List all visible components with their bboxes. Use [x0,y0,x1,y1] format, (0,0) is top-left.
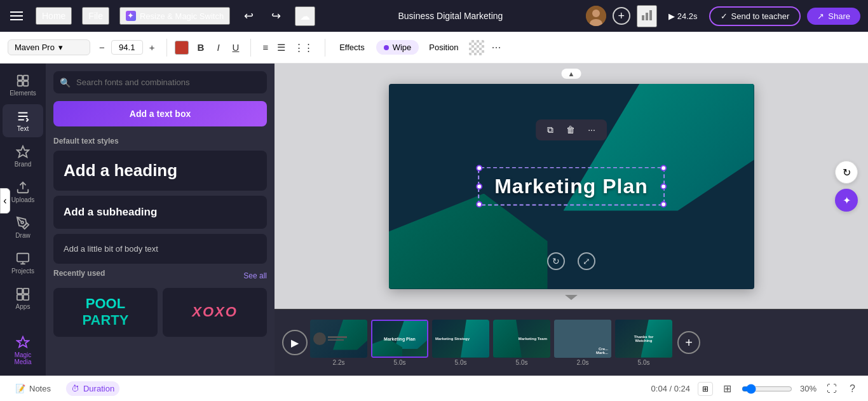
align-list-button[interactable]: ☰ [273,39,289,56]
grid-view-button[interactable]: ⊞ [721,381,734,396]
cloud-save-button[interactable]: ☁ [295,6,315,26]
sidebar-item-brand[interactable]: Brand [3,140,43,173]
sidebar-item-elements[interactable]: Elements [3,69,43,102]
wipe-button[interactable]: Wipe [376,40,419,55]
underline-button[interactable]: U [229,39,243,55]
check-icon: ✓ [721,11,728,21]
more-options-button[interactable]: ··· [489,38,504,57]
see-all-button[interactable]: See all [243,271,267,280]
font-preview-pool-party[interactable]: POOL PARTY [53,288,158,337]
add-collaborator-button[interactable]: + [613,7,630,25]
zoom-slider[interactable] [742,384,792,394]
svg-rect-17 [24,295,29,300]
strip-slide-1[interactable]: 2.2s [310,320,367,366]
separator [325,39,325,57]
magic-ai-button[interactable]: ✦ [835,189,858,212]
selection-handle-ml[interactable] [476,183,482,189]
svg-rect-3 [642,15,644,20]
strip-slide-6[interactable]: Thanks forWatching 5.0s [615,320,672,366]
align-left-button[interactable]: ≡ [259,39,272,56]
separator [166,39,167,57]
hide-panel-button[interactable]: ‹ [0,188,10,214]
share-icon: ↗ [817,11,824,21]
sidebar-item-apps[interactable]: Apps [3,282,43,315]
sidebar-item-label: Elements [10,90,36,97]
file-button[interactable]: File [82,7,109,25]
effects-button[interactable]: Effects [333,40,371,55]
selection-handle-bl[interactable] [476,201,482,208]
sidebar-item-label: Projects [11,268,34,275]
collapse-panel-button[interactable]: ▲ [562,69,581,79]
strip-slide-4[interactable]: Marketing Team 5.0s [493,320,550,366]
preview-play-button[interactable]: ▶ 24.2s [663,9,703,24]
default-text-styles-label: Default text styles [53,137,267,146]
canvas-right-tools: ↻ ✦ [835,161,858,212]
wipe-dot-icon [384,45,389,50]
font-size-input[interactable] [111,40,143,55]
strip-slide-3[interactable]: Marketing Strategy 5.0s [432,320,489,366]
slide-time: 5.0s [493,359,550,366]
sidebar-item-draw[interactable]: Draw [3,211,43,244]
help-button[interactable]: ? [847,382,858,396]
play-button[interactable]: ▶ [282,330,308,355]
hamburger-menu[interactable] [8,9,25,23]
fullscreen-button[interactable]: ⛶ [824,382,839,396]
text-panel: 🔍 Add a text box Default text styles Add… [46,64,275,376]
strip-slide-2[interactable]: Marketing Plan 5.0s [371,320,428,366]
align-right-button[interactable]: ⋮⋮ [290,39,317,56]
sidebar-item-text[interactable]: Text [3,104,43,137]
selection-handle-mr[interactable] [660,183,667,189]
italic-button[interactable]: I [213,39,223,55]
resize-magic-button[interactable]: ✦ Resize & Magic Switch [119,7,230,25]
page-nav-button[interactable] [564,292,579,304]
selection-handle-br[interactable] [660,201,667,208]
font-search-input[interactable] [53,71,267,93]
bold-button[interactable]: B [194,39,208,55]
strip-slide-5[interactable]: Cre...Mark... 2.0s [554,320,611,366]
magic-rotate-button[interactable]: ↻ [835,161,858,184]
font-preview-xoxo[interactable]: XOXO [163,288,267,337]
position-button[interactable]: Position [424,40,463,55]
sidebar-item-label: Brand [15,161,32,168]
font-family-selector[interactable]: Maven Pro ▾ [8,39,90,55]
duration-button[interactable]: ⏱ Duration [66,381,119,396]
selection-handle-tr[interactable] [660,165,667,172]
notes-button[interactable]: 📝 Notes [10,381,56,396]
rotate-handle[interactable]: ↻ [547,252,565,270]
share-button[interactable]: ↗ Share [807,8,860,25]
font-size-decrease-button[interactable]: − [95,39,109,55]
sidebar-item-magic-media[interactable]: Magic Media [3,330,43,370]
strip-slides: 2.2s Marketing Plan 5.0s [310,320,672,366]
subheading-style-item[interactable]: Add a subheading [53,196,267,229]
slide-title-container[interactable]: Marketing Plan [478,167,665,206]
page-view-button[interactable]: ⊞ [698,382,713,396]
top-bar-right: + ▶ 24.2s ✓ Send to teacher ↗ Share [586,5,860,27]
selection-delete-button[interactable]: 🗑 [562,123,579,136]
add-slide-button[interactable]: + [677,331,700,354]
slide-canvas[interactable]: ⧉ 🗑 ··· Marketing Plan [389,84,754,289]
transparency-button[interactable] [469,40,484,55]
selection-handle-tl[interactable] [476,165,482,172]
sidebar-item-label: Uploads [11,196,35,203]
user-avatar[interactable] [586,6,606,26]
filmstrip: ▶ [275,309,868,376]
transform-handle[interactable]: ⤢ [578,252,595,270]
sidebar-item-label: Draw [15,232,30,239]
analytics-button[interactable] [637,5,657,27]
home-button[interactable]: Home [36,7,72,25]
align-group: ≡ ☰ ⋮⋮ [259,39,317,56]
selection-copy-button[interactable]: ⧉ [543,123,557,137]
undo-button[interactable]: ↩ [240,6,257,25]
font-size-increase-button[interactable]: + [146,39,159,55]
send-to-teacher-button[interactable]: ✓ Send to teacher [709,6,801,26]
sidebar-item-label: Apps [16,303,31,310]
font-size-group: − + [95,39,159,55]
redo-button[interactable]: ↪ [268,6,285,25]
selection-more-button[interactable]: ··· [584,123,599,136]
sidebar-item-projects[interactable]: Projects [3,247,43,280]
text-color-button[interactable] [175,41,189,55]
add-text-box-button[interactable]: Add a text box [53,101,267,126]
body-style-item[interactable]: Add a little bit of body text [53,234,267,264]
slide-thumbnail: Cre...Mark... [554,320,611,358]
heading-style-item[interactable]: Add a heading [53,151,267,191]
